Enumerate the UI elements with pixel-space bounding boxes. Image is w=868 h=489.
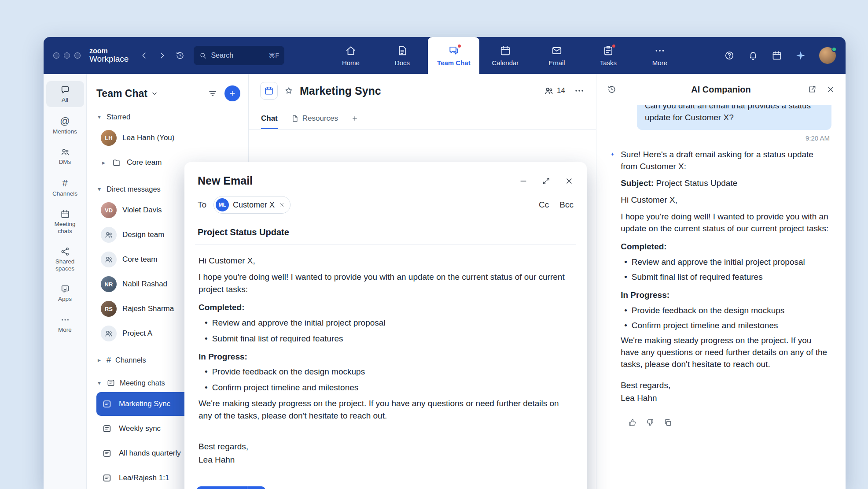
thumbs-up-icon xyxy=(628,418,637,427)
bullet-icon: • xyxy=(624,320,627,332)
chat-more-button[interactable] xyxy=(574,85,585,96)
window-controls xyxy=(53,52,81,59)
star-icon[interactable] xyxy=(284,86,294,96)
email-in-progress-label: In Progress: xyxy=(199,351,573,363)
notification-dot xyxy=(611,44,616,48)
email-signoff: Best regards, xyxy=(199,441,573,453)
brand-workplace: Workplace xyxy=(89,55,129,63)
tab-add-button[interactable] xyxy=(351,107,358,129)
rail-item-dms[interactable]: DMs xyxy=(46,143,84,169)
nav-label: Docs xyxy=(395,59,410,67)
status-dot xyxy=(831,47,837,52)
email-greeting: Hi Customer X, xyxy=(199,255,573,267)
chat-item-label: Nabil Rashad xyxy=(122,280,167,289)
nav-item-docs[interactable]: Docs xyxy=(376,37,428,74)
new-email-modal: New Email To ML Customer X Cc xyxy=(184,162,587,489)
people-icon xyxy=(544,86,554,96)
subject-value: Project Status Update xyxy=(656,178,737,188)
history-button[interactable] xyxy=(175,51,185,60)
filter-button[interactable] xyxy=(208,89,217,98)
schedule-button[interactable] xyxy=(772,50,782,61)
thumbs-up-button[interactable] xyxy=(628,418,637,427)
zoom-workplace-logo: zoom Workplace xyxy=(89,48,129,64)
member-count[interactable]: 14 xyxy=(544,86,565,96)
zoom-workplace-window: zoom Workplace Search ⌘F Home xyxy=(44,37,846,489)
home-icon xyxy=(345,45,357,56)
tab-chat[interactable]: Chat xyxy=(261,107,278,129)
chat-item-label: Violet Davis xyxy=(122,206,162,215)
search-input[interactable]: Search ⌘F xyxy=(194,46,284,65)
tab-label: Resources xyxy=(302,114,338,123)
ai-companion-button[interactable] xyxy=(795,50,806,61)
group-avatar xyxy=(101,227,117,243)
avatar: VD xyxy=(101,202,117,218)
user-avatar[interactable] xyxy=(819,47,836,64)
nav-item-team-chat[interactable]: Team Chat xyxy=(428,37,479,74)
notifications-button[interactable] xyxy=(748,50,758,61)
section-starred[interactable]: ▾ Starred xyxy=(96,108,240,125)
search-shortcut: ⌘F xyxy=(268,52,279,59)
thumbs-down-button[interactable] xyxy=(646,418,655,427)
chat-item-label: Core team xyxy=(127,158,162,167)
document-icon xyxy=(291,115,299,122)
chat-item-label: Weekly sync xyxy=(119,424,161,433)
rail-item-mentions[interactable]: @ Mentions xyxy=(46,112,84,139)
nav-item-home[interactable]: Home xyxy=(325,37,376,74)
ai-companion-panel: AI Companion Can you draft an email that… xyxy=(596,74,846,489)
chevron-right-icon xyxy=(158,51,166,60)
nav-item-calendar[interactable]: Calendar xyxy=(479,37,531,74)
chat-item-label: All hands quarterly xyxy=(119,449,181,458)
rail-item-more[interactable]: More xyxy=(46,311,84,337)
zoom-window-button[interactable] xyxy=(74,52,81,59)
ai-subject-line: Subject: Project Status Update xyxy=(621,178,831,189)
chat-item-lea-hanh[interactable]: LH Lea Hanh (You) xyxy=(96,126,240,150)
rail-item-channels[interactable]: # Channels xyxy=(46,174,84,201)
ai-response-actions xyxy=(628,418,831,427)
forward-button[interactable] xyxy=(158,51,166,60)
remove-recipient-icon[interactable] xyxy=(279,202,285,208)
bcc-button[interactable]: Bcc xyxy=(559,200,574,210)
close-button[interactable] xyxy=(565,177,574,185)
nav-item-email[interactable]: Email xyxy=(531,37,582,74)
chat-item-label: Design team xyxy=(122,230,164,239)
recipient-chip[interactable]: ML Customer X xyxy=(213,196,291,214)
chat-item-label: Lea/Rajesh 1:1 xyxy=(119,474,169,482)
email-signature: Lea Hahn xyxy=(199,454,573,466)
send-options-button[interactable] xyxy=(247,486,265,489)
email-intro: I hope you're doing well! I wanted to pr… xyxy=(199,271,573,296)
rail-label: Meeting chats xyxy=(47,221,83,234)
open-in-new-icon xyxy=(808,85,817,94)
nav-item-more[interactable]: More xyxy=(634,37,685,74)
chat-item-label: Rajesh Sharma xyxy=(122,304,174,313)
help-button[interactable] xyxy=(724,50,735,61)
rail-item-all[interactable]: All xyxy=(46,81,84,107)
thumbs-down-icon xyxy=(646,418,655,427)
ai-history-button[interactable] xyxy=(607,85,617,94)
new-chat-button[interactable] xyxy=(224,85,240,101)
rail-item-shared-spaces[interactable]: Shared spaces xyxy=(46,243,84,275)
list-item: •Provide feedback on the design mockups xyxy=(199,366,573,378)
bullet-icon: • xyxy=(624,256,627,268)
rail-item-apps[interactable]: Apps xyxy=(46,280,84,306)
cc-button[interactable]: Cc xyxy=(539,200,549,210)
nav-item-tasks[interactable]: Tasks xyxy=(582,37,634,74)
ai-open-new-window-button[interactable] xyxy=(808,85,817,94)
copy-button[interactable] xyxy=(663,418,672,427)
subject-field[interactable]: Project Status Update xyxy=(184,220,587,244)
sidebar-title-dropdown[interactable]: Team Chat xyxy=(96,88,158,100)
ai-intro: Sure! Here's a draft email asking for a … xyxy=(621,149,831,173)
top-bar: zoom Workplace Search ⌘F Home xyxy=(44,37,846,74)
sidebar-title: Team Chat xyxy=(96,88,147,100)
back-button[interactable] xyxy=(140,51,149,60)
minimize-button[interactable] xyxy=(519,177,528,185)
rail-label: Mentions xyxy=(53,128,77,135)
send-button[interactable]: Send xyxy=(197,486,247,489)
tab-resources[interactable]: Resources xyxy=(291,107,338,129)
expand-button[interactable] xyxy=(542,177,551,185)
close-window-button[interactable] xyxy=(53,52,59,59)
rail-item-meeting-chats[interactable]: Meeting chats xyxy=(46,205,84,238)
ai-closing: We're making steady progress on the proj… xyxy=(621,335,831,370)
ai-close-button[interactable] xyxy=(826,85,835,94)
email-body-editor[interactable]: Hi Customer X, I hope you're doing well!… xyxy=(184,245,587,480)
minimize-window-button[interactable] xyxy=(64,52,70,59)
